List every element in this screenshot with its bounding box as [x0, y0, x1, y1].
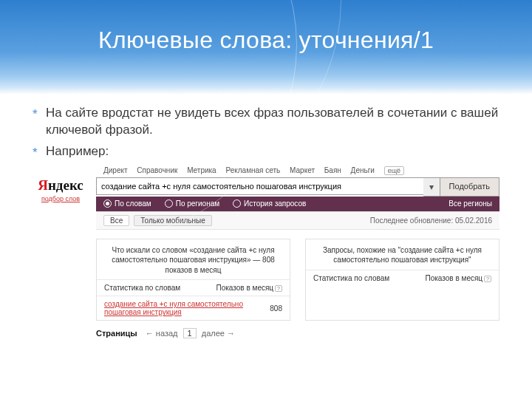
hero-banner: Ключевые слова: уточнения/1 [0, 0, 532, 95]
nav-bayan[interactable]: Баян [324, 166, 341, 174]
left-card-title: Что искали со словом «создание сайта +с … [97, 239, 290, 280]
right-count-label: Показов в месяц? [426, 274, 492, 282]
left-count-label: Показов в месяц? [216, 284, 283, 292]
right-card: Запросы, похожие на "создание сайта +с н… [305, 239, 499, 321]
bullet-2: Например: [33, 143, 499, 160]
info-icon[interactable]: ? [484, 276, 491, 282]
dropdown-toggle[interactable]: ▾ [423, 177, 440, 197]
nav-more[interactable]: ещё [384, 166, 404, 175]
nav-market[interactable]: Маркет [290, 166, 315, 174]
last-updated: Последнее обновление: 05.02.2016 [370, 216, 492, 225]
nav-money[interactable]: Деньги [351, 166, 375, 174]
filter-history[interactable]: История запросов [233, 200, 306, 208]
keyword-link[interactable]: создание сайта +с нуля самостоятельно по… [104, 300, 243, 316]
pager-current: 1 [183, 328, 197, 338]
right-stat-label: Статистика по словам [313, 274, 426, 282]
pager: Страницы ← назад 1 далее → [96, 328, 499, 338]
keyword-count: 808 [270, 304, 282, 313]
right-card-title: Запросы, похожие на "создание сайта +с н… [306, 239, 499, 270]
bullet-1: На сайте вродстат не увидеть всех фраз п… [33, 105, 499, 139]
left-card: Что искали со словом «создание сайта +с … [96, 239, 290, 321]
all-regions-link[interactable]: Все регионы [449, 200, 492, 208]
submit-button[interactable]: Подобрать [440, 177, 499, 197]
pager-next[interactable]: далее [202, 329, 225, 338]
info-icon[interactable]: ? [275, 285, 282, 292]
pager-label: Страницы [96, 329, 137, 338]
slide-title: Ключевые слова: уточнения/1 [0, 27, 532, 54]
pager-prev[interactable]: назад [156, 329, 178, 338]
left-stat-label: Статистика по словам [104, 284, 216, 292]
